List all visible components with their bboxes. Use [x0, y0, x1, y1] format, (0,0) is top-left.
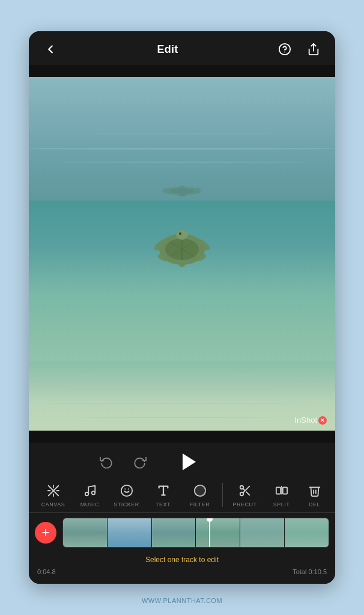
inshot-watermark: InShot ✕: [294, 416, 327, 425]
video-area: InShot ✕: [29, 65, 335, 443]
footer-watermark: WWW.PLANNTHAT.COM: [0, 595, 364, 605]
precut-label: PRECUT: [232, 501, 256, 507]
svg-point-24: [121, 485, 132, 496]
svg-point-17: [176, 230, 188, 240]
text-icon: [155, 482, 172, 499]
split-icon: [273, 482, 290, 499]
frame-4: [196, 518, 240, 547]
video-content[interactable]: InShot ✕: [29, 77, 335, 431]
music-label: MUSIC: [80, 501, 100, 507]
redo-button[interactable]: [129, 451, 151, 473]
tool-divider: [222, 483, 223, 507]
frame-2: [108, 518, 151, 547]
share-button[interactable]: [304, 40, 323, 59]
frame-5: [240, 518, 284, 547]
svg-point-22: [85, 492, 88, 496]
split-tool[interactable]: SPLIT: [267, 482, 296, 507]
delete-tool[interactable]: DEL: [304, 482, 326, 507]
split-label: SPLIT: [273, 501, 290, 507]
sticker-tool[interactable]: STICKER: [112, 482, 141, 507]
select-track-row: Select one track to edit: [29, 551, 335, 567]
filter-tool[interactable]: FILTER: [186, 482, 214, 507]
svg-point-18: [179, 232, 181, 235]
phone-container: Edit: [29, 31, 335, 584]
turtle-area: [29, 201, 335, 431]
svg-line-33: [246, 492, 249, 495]
frame-1: [63, 518, 107, 547]
text-label: TEXT: [156, 501, 171, 507]
current-time: 0:04.8: [37, 568, 56, 575]
footer-url: WWW.PLANNTHAT.COM: [142, 597, 222, 604]
header: Edit: [29, 31, 335, 65]
canvas-tool[interactable]: CANVAS: [39, 482, 68, 507]
canvas-label: CANVAS: [41, 501, 65, 507]
scissors-icon: [237, 482, 253, 499]
svg-point-19: [179, 262, 185, 267]
help-button[interactable]: [275, 40, 294, 59]
filter-icon: [192, 482, 208, 499]
timeline-track[interactable]: [62, 518, 329, 548]
svg-point-10: [179, 186, 185, 187]
video-top-bar: [29, 65, 335, 77]
select-track-message: Select one track to edit: [145, 556, 219, 564]
water-surface: [29, 77, 335, 219]
music-tool[interactable]: MUSIC: [76, 482, 105, 507]
music-icon: [82, 482, 99, 499]
svg-rect-36: [282, 488, 287, 494]
frame-3: [152, 518, 196, 547]
total-time: Total 0:10.5: [293, 568, 327, 575]
frame-6: [285, 518, 329, 547]
sticker-icon: [118, 482, 135, 499]
svg-rect-35: [276, 488, 280, 494]
undo-redo-controls: [96, 451, 151, 473]
timeline-row: +: [29, 513, 335, 551]
inshot-close-icon: ✕: [318, 416, 327, 425]
back-button[interactable]: [41, 40, 60, 59]
header-icons: [275, 40, 323, 59]
svg-point-23: [91, 491, 95, 495]
text-tool[interactable]: TEXT: [149, 482, 178, 507]
play-icon: [183, 453, 196, 470]
svg-line-34: [243, 488, 245, 491]
delete-icon: [306, 482, 323, 499]
precut-tool[interactable]: PRECUT: [231, 482, 259, 507]
undo-button[interactable]: [96, 451, 117, 473]
canvas-icon: [45, 482, 62, 499]
video-bottom-bar: [29, 431, 335, 443]
tool-bar: CANVAS MUSIC: [29, 480, 335, 513]
delete-label: DEL: [309, 501, 320, 507]
playback-row: [29, 443, 335, 480]
add-clip-button[interactable]: +: [35, 522, 56, 544]
turtle: [134, 212, 230, 284]
playhead[interactable]: [209, 518, 210, 547]
play-button[interactable]: [175, 449, 201, 475]
time-row: 0:04.8 Total 0:10.5: [29, 567, 335, 578]
sticker-label: STICKER: [114, 501, 139, 507]
filter-label: FILTER: [190, 501, 210, 507]
controls-area: CANVAS MUSIC: [29, 443, 335, 584]
sandy-bottom: [29, 362, 335, 431]
timeline-frames: [63, 518, 329, 547]
page-title: Edit: [157, 43, 178, 56]
